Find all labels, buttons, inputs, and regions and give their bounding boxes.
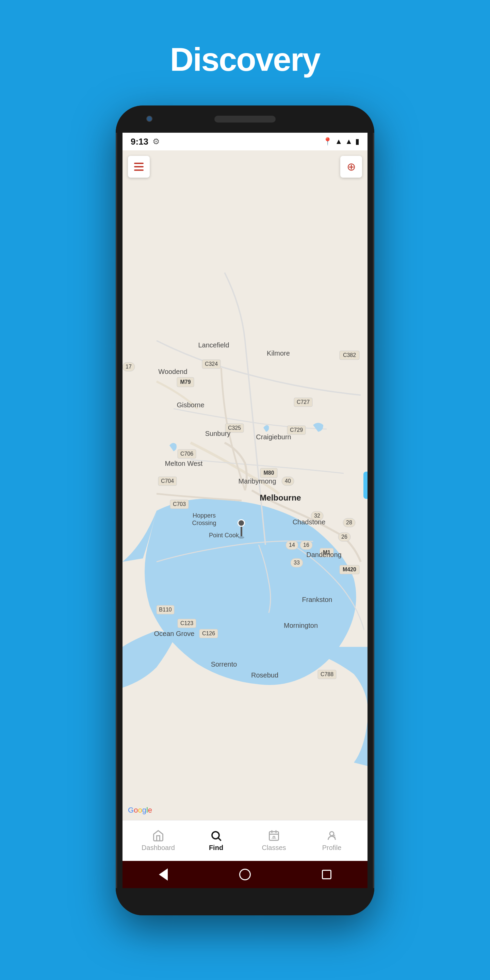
svg-text:C704: C704 bbox=[161, 478, 174, 484]
dashboard-icon bbox=[152, 830, 164, 842]
svg-text:28: 28 bbox=[346, 520, 352, 525]
svg-text:Sorrento: Sorrento bbox=[211, 660, 237, 668]
android-recent-button[interactable] bbox=[318, 866, 335, 883]
wifi-status-icon: ▲ bbox=[335, 137, 342, 146]
svg-text:Craigieburn: Craigieburn bbox=[256, 433, 291, 441]
svg-text:Rosebud: Rosebud bbox=[251, 671, 278, 679]
nav-item-dashboard[interactable]: Dashboard bbox=[129, 830, 187, 852]
svg-text:Lancefield: Lancefield bbox=[198, 341, 229, 349]
signal-status-icon: ▲ bbox=[345, 137, 353, 146]
svg-text:Melbourne: Melbourne bbox=[259, 493, 301, 502]
android-back-button[interactable] bbox=[155, 866, 172, 883]
status-time: 9:13 bbox=[130, 137, 148, 147]
battery-status-icon: ▮ bbox=[355, 137, 360, 146]
google-g2: g bbox=[142, 806, 146, 814]
phone-screen: 9:13 ⚙ 📍 ▲ ▲ ▮ bbox=[123, 133, 368, 888]
find-icon bbox=[210, 830, 222, 842]
map-menu-button[interactable] bbox=[128, 156, 150, 178]
svg-text:C706: C706 bbox=[180, 451, 193, 457]
phone-camera bbox=[146, 116, 153, 122]
svg-text:Frankston: Frankston bbox=[302, 596, 332, 603]
menu-line-2 bbox=[134, 166, 143, 167]
nav-label-classes: Classes bbox=[262, 844, 286, 852]
home-circle-icon bbox=[239, 869, 251, 880]
menu-line-1 bbox=[134, 163, 143, 164]
bottom-navigation: Dashboard Find Classes bbox=[123, 820, 368, 861]
status-right: 📍 ▲ ▲ ▮ bbox=[323, 137, 360, 146]
svg-text:C123: C123 bbox=[180, 620, 193, 626]
menu-lines-icon bbox=[134, 163, 143, 171]
map-locate-button[interactable]: ⊕ bbox=[340, 156, 362, 178]
page-title: Discovery bbox=[170, 41, 320, 78]
svg-text:14: 14 bbox=[289, 542, 295, 548]
google-e: e bbox=[148, 806, 152, 814]
status-left: 9:13 ⚙ bbox=[130, 137, 160, 147]
status-bar: 9:13 ⚙ 📍 ▲ ▲ ▮ bbox=[123, 133, 368, 150]
google-watermark: Google bbox=[128, 806, 152, 815]
svg-text:C788: C788 bbox=[321, 671, 334, 677]
svg-text:C126: C126 bbox=[202, 630, 215, 636]
phone-bottom-bezel bbox=[116, 888, 374, 915]
android-home-button[interactable] bbox=[237, 866, 253, 883]
svg-text:Maribyrnong: Maribyrnong bbox=[238, 477, 276, 485]
svg-text:Melton West: Melton West bbox=[165, 460, 203, 467]
nav-label-profile: Profile bbox=[322, 844, 342, 852]
svg-text:40: 40 bbox=[285, 478, 291, 484]
recent-square-icon bbox=[322, 870, 331, 879]
svg-text:Kilmore: Kilmore bbox=[267, 350, 290, 357]
crosshair-icon: ⊕ bbox=[347, 160, 356, 173]
svg-text:Ocean Grove: Ocean Grove bbox=[154, 630, 195, 637]
nav-label-dashboard: Dashboard bbox=[142, 844, 175, 852]
phone-speaker bbox=[215, 116, 275, 123]
back-triangle-icon bbox=[159, 869, 168, 881]
svg-text:16: 16 bbox=[303, 542, 309, 548]
svg-text:26: 26 bbox=[341, 534, 347, 540]
svg-text:Sunbury: Sunbury bbox=[205, 430, 231, 437]
svg-text:C324: C324 bbox=[205, 361, 218, 367]
svg-text:C727: C727 bbox=[297, 399, 310, 405]
svg-text:M80: M80 bbox=[263, 470, 274, 476]
svg-text:M79: M79 bbox=[180, 379, 191, 385]
svg-text:Gisborne: Gisborne bbox=[177, 401, 204, 409]
menu-line-3 bbox=[134, 169, 143, 171]
svg-text:C382: C382 bbox=[343, 352, 356, 358]
nav-item-classes[interactable]: Classes bbox=[245, 830, 303, 852]
svg-text:C703: C703 bbox=[173, 501, 186, 507]
google-g: G bbox=[128, 806, 134, 814]
svg-point-71 bbox=[330, 832, 334, 836]
svg-text:Chadstone: Chadstone bbox=[293, 518, 326, 526]
svg-text:17: 17 bbox=[126, 364, 132, 369]
svg-text:Crossing: Crossing bbox=[192, 520, 216, 527]
svg-text:Hoppers: Hoppers bbox=[192, 512, 216, 519]
svg-text:Dandenong: Dandenong bbox=[306, 551, 341, 558]
map-location-pin bbox=[237, 519, 245, 539]
phone-top-bezel bbox=[116, 105, 374, 133]
nav-label-find: Find bbox=[209, 844, 223, 852]
android-nav-bar bbox=[123, 861, 368, 888]
svg-text:Mornington: Mornington bbox=[284, 622, 318, 629]
map-side-handle[interactable] bbox=[363, 472, 368, 499]
svg-text:33: 33 bbox=[294, 560, 300, 566]
svg-text:B110: B110 bbox=[159, 607, 172, 612]
svg-point-70 bbox=[273, 837, 275, 838]
svg-text:C729: C729 bbox=[290, 427, 303, 433]
map-svg: M80 M79 C325 C703 C704 C706 C324 bbox=[123, 150, 368, 820]
nav-item-profile[interactable]: Profile bbox=[303, 830, 361, 852]
svg-text:32: 32 bbox=[314, 513, 320, 519]
nav-item-find[interactable]: Find bbox=[187, 830, 245, 852]
phone-device: 9:13 ⚙ 📍 ▲ ▲ ▮ bbox=[116, 105, 374, 915]
location-status-icon: 📍 bbox=[323, 137, 332, 146]
google-o1: o bbox=[134, 806, 138, 814]
profile-icon bbox=[326, 830, 338, 842]
svg-text:Woodend: Woodend bbox=[158, 368, 187, 375]
settings-icon: ⚙ bbox=[153, 137, 160, 146]
classes-icon bbox=[268, 830, 280, 842]
svg-text:M420: M420 bbox=[343, 566, 356, 572]
map-view[interactable]: M80 M79 C325 C703 C704 C706 C324 bbox=[123, 150, 368, 820]
svg-text:Point Cook: Point Cook bbox=[209, 532, 239, 539]
google-o2: o bbox=[138, 806, 142, 814]
